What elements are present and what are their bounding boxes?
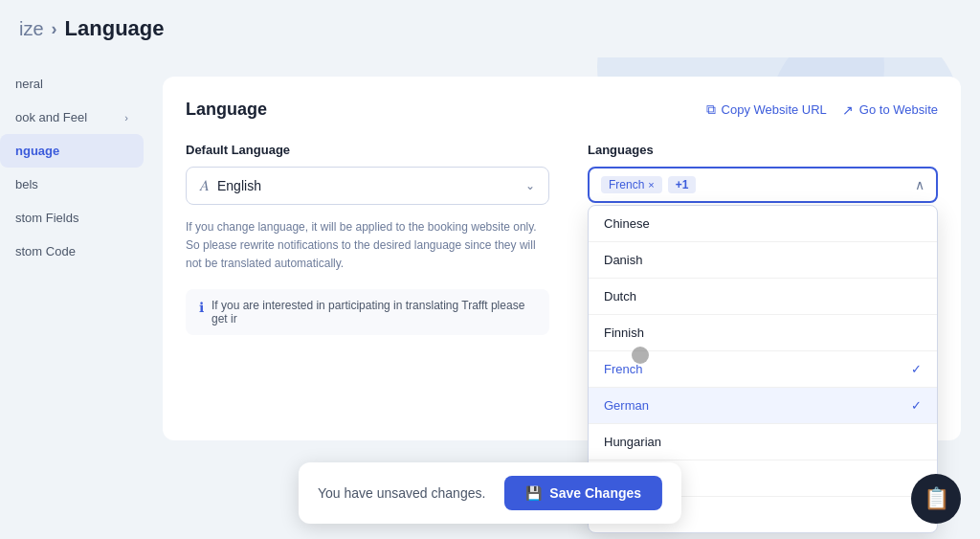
- dropdown-item-finnish[interactable]: Finnish: [589, 315, 937, 350]
- breadcrumb-current: Language: [65, 16, 165, 41]
- dropdown-item-hungarian[interactable]: Hungarian: [589, 424, 937, 460]
- info-icon: ℹ: [199, 300, 204, 315]
- language-info-text: If you change language, it will be appli…: [186, 218, 549, 274]
- card-header: Language ⧉ Copy Website URL ↗ Go to Webs…: [186, 100, 938, 120]
- save-bar: You have unsaved changes. 💾 Save Changes: [299, 462, 681, 524]
- unsaved-changes-text: You have unsaved changes.: [318, 485, 485, 501]
- dropdown-item-german[interactable]: German ✓: [589, 388, 937, 423]
- languages-multiselect[interactable]: French × +1 ∧ Chinese Danish: [588, 167, 938, 203]
- external-link-icon: ↗: [842, 102, 854, 118]
- fab-icon: 📋: [924, 486, 949, 511]
- save-icon: 💾: [525, 485, 542, 501]
- translate-icon: 𝐴: [200, 177, 210, 194]
- info-note: ℹ If you are interested in participating…: [186, 289, 549, 335]
- sidebar-item-custom-fields[interactable]: stom Fields: [0, 201, 144, 235]
- tag-french-label: French: [609, 178, 644, 191]
- sidebar-item-general[interactable]: neral: [0, 67, 144, 101]
- dropdown-item-chinese[interactable]: Chinese: [589, 206, 937, 241]
- fab-button[interactable]: 📋: [911, 474, 961, 524]
- breadcrumb-separator: ›: [52, 19, 57, 39]
- default-language-value: 𝐴 English: [200, 177, 261, 194]
- note-text: If you are interested in participating i…: [212, 299, 536, 326]
- breadcrumb: ize › Language: [19, 16, 164, 41]
- card-body: Default Language 𝐴 English ⌄ If you chan…: [186, 143, 938, 335]
- copy-website-url-button[interactable]: ⧉ Copy Website URL: [706, 101, 827, 118]
- header: ize › Language: [0, 0, 980, 57]
- language-card: Language ⧉ Copy Website URL ↗ Go to Webs…: [163, 77, 961, 440]
- languages-search-input[interactable]: [702, 178, 909, 192]
- right-column: Languages French × +1 ∧ Chinese: [588, 143, 938, 335]
- check-icon-german: ✓: [911, 398, 922, 413]
- sidebar-item-look-and-feel[interactable]: ook and Feel ›: [0, 101, 144, 134]
- dropdown-item-danish[interactable]: Danish: [589, 242, 937, 278]
- default-language-select[interactable]: 𝐴 English ⌄: [186, 167, 549, 205]
- default-language-label: Default Language: [186, 143, 549, 157]
- sidebar-item-custom-code[interactable]: stom Code: [0, 235, 144, 268]
- chevron-down-icon: ⌄: [525, 179, 535, 192]
- dropdown-item-french[interactable]: French ✓: [589, 351, 937, 387]
- multiselect-chevron-up-icon: ∧: [915, 177, 924, 192]
- languages-label: Languages: [588, 143, 938, 157]
- go-to-website-button[interactable]: ↗ Go to Website: [842, 102, 938, 118]
- tag-count: +1: [668, 176, 697, 193]
- left-column: Default Language 𝐴 English ⌄ If you chan…: [186, 143, 549, 335]
- sidebar-item-labels[interactable]: bels: [0, 168, 144, 201]
- breadcrumb-parent: ize: [19, 18, 44, 40]
- tag-french: French ×: [601, 176, 662, 193]
- check-icon-french: ✓: [911, 362, 922, 376]
- card-title: Language: [186, 100, 267, 120]
- sidebar-item-language[interactable]: nguage: [0, 134, 144, 168]
- card-actions: ⧉ Copy Website URL ↗ Go to Website: [706, 101, 938, 118]
- sidebar: neral ook and Feel › nguage bels stom Fi…: [0, 57, 144, 539]
- save-changes-button[interactable]: 💾 Save Changes: [504, 476, 662, 510]
- chevron-icon: ›: [124, 112, 128, 124]
- tag-french-remove[interactable]: ×: [648, 179, 654, 191]
- copy-icon: ⧉: [706, 101, 716, 118]
- dropdown-item-dutch[interactable]: Dutch: [589, 279, 937, 314]
